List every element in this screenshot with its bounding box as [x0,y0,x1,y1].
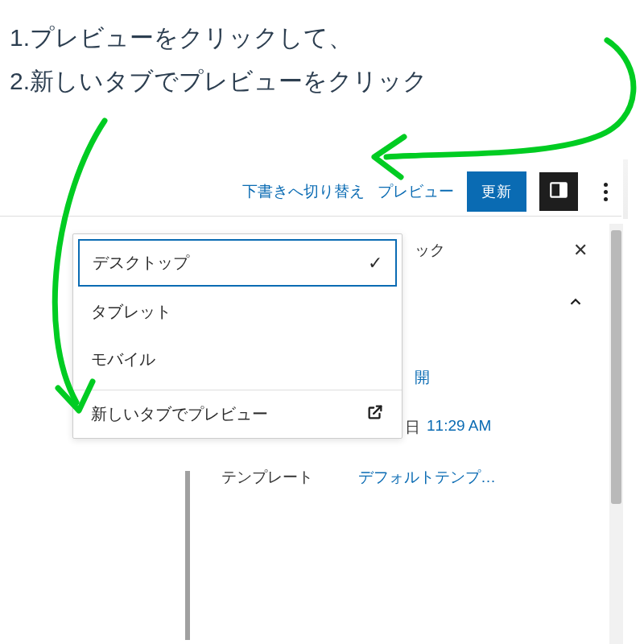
preview-link[interactable]: プレビュー [378,181,454,202]
svg-rect-1 [559,183,567,196]
dropdown-item-label: デスクトップ [93,252,189,274]
template-value-link[interactable]: デフォルトテンプ… [358,467,496,488]
preview-option-desktop[interactable]: デスクトップ ✓ [78,239,397,287]
editor-toolbar: 下書きへ切り替え プレビュー 更新 [242,165,620,218]
annotation-line-2: 2.新しいタブでプレビューをクリック [10,60,427,103]
scrollbar[interactable] [609,224,623,644]
toolbar-divider [0,216,621,217]
preview-option-tablet[interactable]: タブレット [73,288,402,336]
dropdown-item-label: タブレット [91,301,171,323]
sidebar-panel-icon [548,180,569,204]
check-icon: ✓ [368,253,382,274]
more-options-button[interactable] [591,172,620,211]
dropdown-item-label: モバイル [91,349,155,370]
settings-panel-toggle[interactable] [539,172,578,211]
switch-to-draft-link[interactable]: 下書きへ切り替え [242,181,365,202]
publish-time-link[interactable]: 11:29 AM [427,417,491,438]
close-icon[interactable]: ✕ [573,240,588,261]
dropdown-item-label: 新しいタブでプレビュー [91,403,268,425]
template-label: テンプレート [221,467,326,488]
instruction-annotations: 1.プレビューをクリックして、 2.新しいタブでプレビューをクリック [10,16,427,103]
preview-dropdown: デスクトップ ✓ タブレット モバイル 新しいタブでプレビュー [72,233,402,439]
template-row: テンプレート デフォルトテンプ… [181,452,604,502]
more-vertical-icon [604,183,608,187]
visibility-link[interactable]: 開 [415,367,430,388]
scrollbar-thumb[interactable] [611,230,621,504]
chevron-up-icon [567,293,584,314]
update-button[interactable]: 更新 [467,171,526,212]
annotation-line-1: 1.プレビューをクリックして、 [10,16,427,60]
external-link-icon [366,403,384,425]
preview-option-mobile[interactable]: モバイル [73,336,402,383]
date-suffix: 日 [405,417,420,438]
block-indicator-bar [185,471,190,640]
preview-new-tab-option[interactable]: 新しいタブでプレビュー [73,390,402,438]
